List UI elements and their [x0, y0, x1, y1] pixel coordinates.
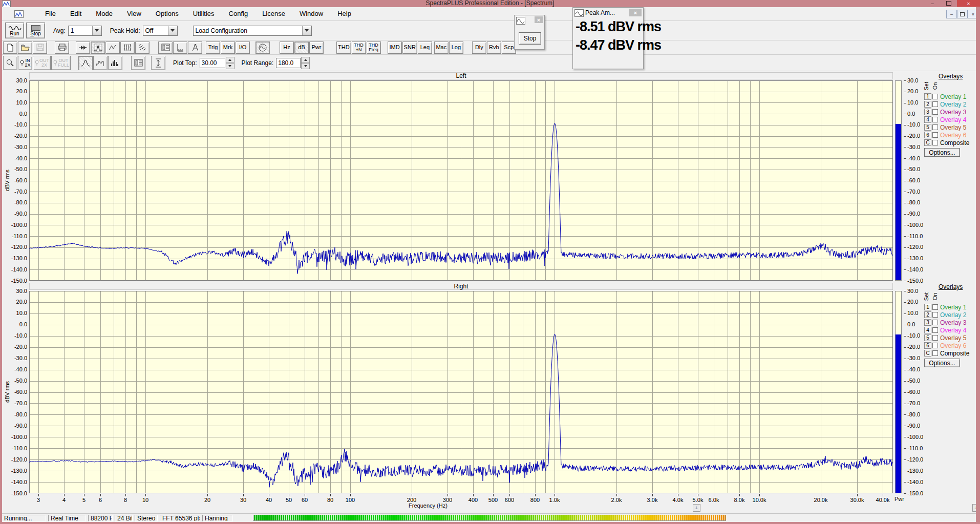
overlay-on-checkbox-2[interactable] [932, 312, 938, 318]
overlay-set-button-2[interactable]: 2 [924, 311, 931, 318]
menu-config[interactable]: Config [222, 7, 255, 20]
overlay-set-button-4[interactable]: 4 [924, 116, 931, 123]
spectrum-plot-left[interactable] [29, 80, 893, 281]
overlay-on-checkbox-c[interactable] [932, 350, 938, 356]
overlay-set-button-6[interactable]: 6 [924, 132, 931, 138]
db-button[interactable]: dB [294, 41, 309, 54]
minimize-icon[interactable]: – [925, 0, 940, 7]
overlay-on-checkbox-1[interactable] [932, 304, 938, 310]
snr-button[interactable]: SNR [402, 41, 417, 54]
overlay-set-button-1[interactable]: 1 [924, 93, 931, 100]
log-button[interactable]: Log [449, 41, 463, 54]
zoom-out-full-button[interactable]: OUT FULL [51, 56, 71, 70]
spectrum-plot-right[interactable] [29, 291, 893, 493]
spectrum-child-icon[interactable] [14, 10, 24, 18]
chevron-down-icon[interactable] [168, 26, 177, 35]
peak-amplitude-window[interactable]: Peak Am... × -8.51 dBV rms -8.47 dBV rms [572, 7, 644, 69]
overlay-on-checkbox-4[interactable] [932, 327, 938, 333]
close-icon[interactable]: × [535, 16, 543, 23]
mrk-button[interactable]: Mrk [221, 41, 235, 54]
overlay-on-checkbox-5[interactable] [932, 124, 938, 130]
pwr-button[interactable]: Pwr [309, 41, 324, 54]
plot-range-input[interactable] [276, 58, 301, 68]
overlays-options-button[interactable]: Options... [924, 359, 960, 367]
trig-button[interactable]: Trig [206, 41, 220, 54]
hz-button[interactable]: Hz [280, 41, 294, 54]
overlay-set-button-2[interactable]: 2 [924, 101, 931, 108]
zoom-button[interactable] [3, 56, 17, 70]
chevron-down-icon[interactable] [302, 26, 311, 35]
overlay-set-button-5[interactable]: 5 [924, 334, 931, 341]
overlay-set-button-3[interactable]: 3 [924, 109, 931, 115]
scale-button[interactable] [173, 41, 187, 54]
plot-options-button[interactable] [131, 56, 145, 70]
zoom-out-2x-button[interactable]: OUT 2X [33, 56, 51, 70]
mac-button[interactable]: Mac [434, 41, 449, 54]
overlay-set-button-1[interactable]: 1 [924, 304, 931, 310]
mdi-minimize-icon[interactable]: – [946, 10, 957, 18]
open-file-button[interactable] [18, 41, 32, 54]
step-plot-mode-button[interactable] [93, 56, 108, 70]
menu-license[interactable]: License [255, 7, 292, 20]
overlay-set-button-c[interactable]: C [924, 139, 931, 146]
menu-mode[interactable]: Mode [89, 7, 120, 20]
thd-+n-button[interactable]: THD +N [352, 41, 366, 54]
plot-range-spinner[interactable] [301, 57, 310, 69]
display-settings-button[interactable] [158, 41, 173, 54]
signal-generator-button[interactable] [255, 41, 270, 54]
overlay-on-checkbox-5[interactable] [932, 335, 938, 341]
peak-hold-select[interactable]: Off [143, 26, 178, 36]
peak-window-titlebar[interactable]: Peak Am... × [573, 8, 643, 17]
zoom-in-2x-button[interactable]: IN 2X [18, 56, 32, 70]
overlay-on-checkbox-c[interactable] [932, 140, 938, 145]
spectrogram-view-button[interactable] [120, 41, 135, 54]
plot-top-input[interactable] [200, 58, 225, 68]
spectrum-view-button[interactable] [91, 41, 105, 54]
menu-window[interactable]: Window [292, 7, 330, 20]
rvb-button[interactable]: Rvb [487, 41, 501, 54]
run-button[interactable]: Run [5, 23, 24, 38]
autoscale-button[interactable] [151, 56, 165, 70]
overlay-set-button-c[interactable]: C [924, 350, 931, 357]
bar-plot-mode-button[interactable] [108, 56, 122, 70]
chevron-down-icon[interactable] [92, 26, 101, 35]
title-bar[interactable]: SpectraPLUS Professional Edition - [Spec… [0, 0, 980, 7]
dly-button[interactable]: Dly [472, 41, 486, 54]
calibration-button[interactable] [188, 41, 202, 54]
menu-options[interactable]: Options [148, 7, 186, 20]
thd-freq-button[interactable]: THD Freq [367, 41, 381, 54]
overlay-on-checkbox-3[interactable] [932, 320, 938, 325]
menu-help[interactable]: Help [330, 7, 358, 20]
close-icon[interactable]: × [629, 9, 642, 16]
overlay-on-checkbox-2[interactable] [932, 101, 938, 107]
new-file-button[interactable] [3, 41, 17, 54]
surface-3d-view-button[interactable] [135, 41, 150, 54]
i/o-button[interactable]: I/O [236, 41, 250, 54]
stop-window-titlebar[interactable]: × [515, 15, 544, 25]
mdi-restore-icon[interactable] [957, 10, 968, 18]
overlay-on-checkbox-4[interactable] [932, 117, 938, 122]
stop-button[interactable]: Stop [26, 23, 45, 38]
maximize-icon[interactable] [941, 0, 956, 7]
line-plot-mode-button[interactable] [78, 56, 93, 70]
menu-file[interactable]: File [38, 7, 63, 20]
averaging-button[interactable] [76, 41, 90, 54]
menu-utilities[interactable]: Utilities [186, 7, 222, 20]
time-series-view-button[interactable] [105, 41, 120, 54]
plot-top-spinner[interactable] [226, 57, 235, 69]
overlay-on-checkbox-6[interactable] [932, 343, 938, 348]
overlays-options-button[interactable]: Options... [924, 148, 960, 157]
overlay-set-button-6[interactable]: 6 [924, 342, 931, 349]
menu-view[interactable]: View [120, 7, 148, 20]
overlay-on-checkbox-6[interactable] [932, 132, 938, 138]
imd-button[interactable]: IMD [388, 41, 402, 54]
overlay-set-button-5[interactable]: 5 [924, 124, 931, 131]
overlay-set-button-4[interactable]: 4 [924, 327, 931, 333]
overlay-on-checkbox-1[interactable] [932, 94, 938, 99]
save-button[interactable] [33, 41, 47, 54]
overlay-set-button-3[interactable]: 3 [924, 319, 931, 326]
stop-window[interactable]: × Stop [514, 15, 545, 50]
overlay-on-checkbox-3[interactable] [932, 109, 938, 115]
thd-button[interactable]: THD [336, 41, 351, 54]
menu-edit[interactable]: Edit [63, 7, 89, 20]
